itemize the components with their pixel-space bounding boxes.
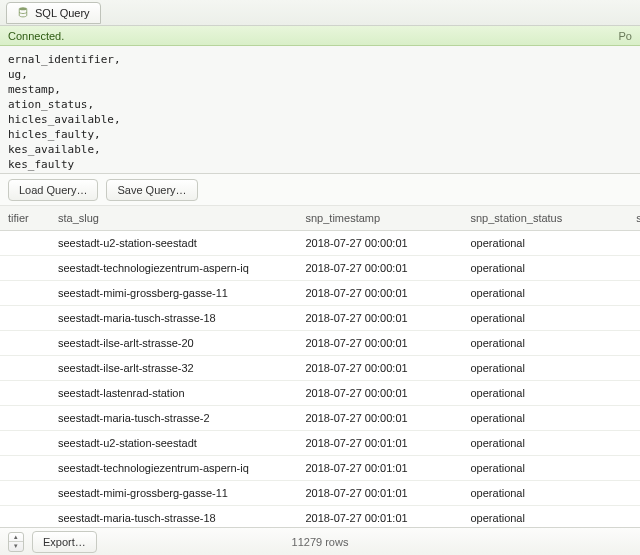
cell-available: 0 <box>600 431 640 456</box>
cell-identifier <box>0 406 50 431</box>
status-right-text: Po <box>619 30 632 42</box>
cell-status: operational <box>463 456 601 481</box>
row-count-label: 11279 rows <box>292 536 349 548</box>
cell-available: 3 <box>600 281 640 306</box>
cell-timestamp: 2018-07-27 00:00:01 <box>298 281 463 306</box>
cell-slug: seestadt-mimi-grossberg-gasse-11 <box>50 481 298 506</box>
cell-timestamp: 2018-07-27 00:01:01 <box>298 506 463 528</box>
cell-slug: seestadt-technologiezentrum-aspern-iq <box>50 456 298 481</box>
top-bar: SQL Query <box>0 0 640 26</box>
table-row[interactable]: seestadt-mimi-grossberg-gasse-112018-07-… <box>0 481 640 506</box>
cell-slug: seestadt-u2-station-seestadt <box>50 431 298 456</box>
sql-editor[interactable]: ernal_identifier, ug, mestamp, ation_sta… <box>0 46 640 174</box>
cell-identifier <box>0 331 50 356</box>
table-row[interactable]: seestadt-ilse-arlt-strasse-202018-07-27 … <box>0 331 640 356</box>
cell-status: operational <box>463 306 601 331</box>
cell-available: 2 <box>600 406 640 431</box>
cell-identifier <box>0 506 50 528</box>
cell-identifier <box>0 306 50 331</box>
cell-slug: seestadt-mimi-grossberg-gasse-11 <box>50 281 298 306</box>
cell-available: 4 <box>600 256 640 281</box>
cell-timestamp: 2018-07-27 00:00:01 <box>298 356 463 381</box>
cell-identifier <box>0 356 50 381</box>
cell-timestamp: 2018-07-27 00:00:01 <box>298 331 463 356</box>
cell-status: operational <box>463 231 601 256</box>
cell-timestamp: 2018-07-27 00:00:01 <box>298 406 463 431</box>
cell-available: 4 <box>600 456 640 481</box>
cell-status: operational <box>463 506 601 528</box>
cell-identifier <box>0 381 50 406</box>
cell-status: operational <box>463 431 601 456</box>
cell-available: 6 <box>600 331 640 356</box>
cell-available: 0 <box>600 231 640 256</box>
table-row[interactable]: seestadt-lastenrad-station2018-07-27 00:… <box>0 381 640 406</box>
table-row[interactable]: seestadt-u2-station-seestadt2018-07-27 0… <box>0 431 640 456</box>
table-row[interactable]: seestadt-technologiezentrum-aspern-iq201… <box>0 456 640 481</box>
table-row[interactable]: seestadt-maria-tusch-strasse-182018-07-2… <box>0 306 640 331</box>
cell-available: 12 <box>600 506 640 528</box>
database-icon <box>17 6 29 20</box>
cell-available: 11 <box>600 356 640 381</box>
cell-identifier <box>0 481 50 506</box>
tab-label: SQL Query <box>35 7 90 19</box>
col-identifier[interactable]: tifier <box>0 206 50 231</box>
cell-status: operational <box>463 406 601 431</box>
cell-slug: seestadt-lastenrad-station <box>50 381 298 406</box>
cell-timestamp: 2018-07-27 00:00:01 <box>298 381 463 406</box>
table-row[interactable]: seestadt-u2-station-seestadt2018-07-27 0… <box>0 231 640 256</box>
cell-timestamp: 2018-07-27 00:01:01 <box>298 481 463 506</box>
cell-identifier <box>0 231 50 256</box>
page-stepper[interactable]: ▴ ▾ <box>8 532 24 552</box>
table-row[interactable]: seestadt-mimi-grossberg-gasse-112018-07-… <box>0 281 640 306</box>
col-timestamp[interactable]: snp_timestamp <box>298 206 463 231</box>
query-button-row: Load Query… Save Query… <box>0 174 640 206</box>
stepper-down-icon[interactable]: ▾ <box>9 542 23 551</box>
table-row[interactable]: seestadt-ilse-arlt-strasse-322018-07-27 … <box>0 356 640 381</box>
tab-sql-query[interactable]: SQL Query <box>6 2 101 24</box>
load-query-button[interactable]: Load Query… <box>8 179 98 201</box>
cell-available: 0 <box>600 381 640 406</box>
cell-identifier <box>0 281 50 306</box>
cell-available: 12 <box>600 306 640 331</box>
table-header-row: tifier sta_slug snp_timestamp snp_statio… <box>0 206 640 231</box>
cell-status: operational <box>463 281 601 306</box>
cell-slug: seestadt-maria-tusch-strasse-18 <box>50 506 298 528</box>
cell-identifier <box>0 256 50 281</box>
cell-slug: seestadt-u2-station-seestadt <box>50 231 298 256</box>
cell-status: operational <box>463 331 601 356</box>
results-table-wrapper[interactable]: tifier sta_slug snp_timestamp snp_statio… <box>0 206 640 527</box>
cell-status: operational <box>463 481 601 506</box>
connection-status-text: Connected. <box>8 30 64 42</box>
svg-point-0 <box>19 7 27 10</box>
stepper-up-icon[interactable]: ▴ <box>9 533 23 543</box>
cell-slug: seestadt-ilse-arlt-strasse-32 <box>50 356 298 381</box>
results-table: tifier sta_slug snp_timestamp snp_statio… <box>0 206 640 527</box>
cell-timestamp: 2018-07-27 00:00:01 <box>298 231 463 256</box>
cell-slug: seestadt-ilse-arlt-strasse-20 <box>50 331 298 356</box>
table-row[interactable]: seestadt-technologiezentrum-aspern-iq201… <box>0 256 640 281</box>
table-row[interactable]: seestadt-maria-tusch-strasse-182018-07-2… <box>0 506 640 528</box>
cell-identifier <box>0 456 50 481</box>
cell-slug: seestadt-maria-tusch-strasse-2 <box>50 406 298 431</box>
cell-timestamp: 2018-07-27 00:00:01 <box>298 306 463 331</box>
cell-status: operational <box>463 381 601 406</box>
cell-timestamp: 2018-07-27 00:00:01 <box>298 256 463 281</box>
export-button[interactable]: Export… <box>32 531 97 553</box>
cell-status: operational <box>463 256 601 281</box>
cell-timestamp: 2018-07-27 00:01:01 <box>298 456 463 481</box>
save-query-button[interactable]: Save Query… <box>106 179 197 201</box>
col-vehicles-available[interactable]: snp_vehicles_available <box>600 206 640 231</box>
cell-available: 3 <box>600 481 640 506</box>
col-station-status[interactable]: snp_station_status <box>463 206 601 231</box>
cell-slug: seestadt-maria-tusch-strasse-18 <box>50 306 298 331</box>
cell-slug: seestadt-technologiezentrum-aspern-iq <box>50 256 298 281</box>
cell-identifier <box>0 431 50 456</box>
connection-status-bar: Connected. Po <box>0 26 640 46</box>
cell-timestamp: 2018-07-27 00:01:01 <box>298 431 463 456</box>
footer-bar: ▴ ▾ Export… 11279 rows <box>0 527 640 555</box>
col-sta-slug[interactable]: sta_slug <box>50 206 298 231</box>
cell-status: operational <box>463 356 601 381</box>
table-row[interactable]: seestadt-maria-tusch-strasse-22018-07-27… <box>0 406 640 431</box>
